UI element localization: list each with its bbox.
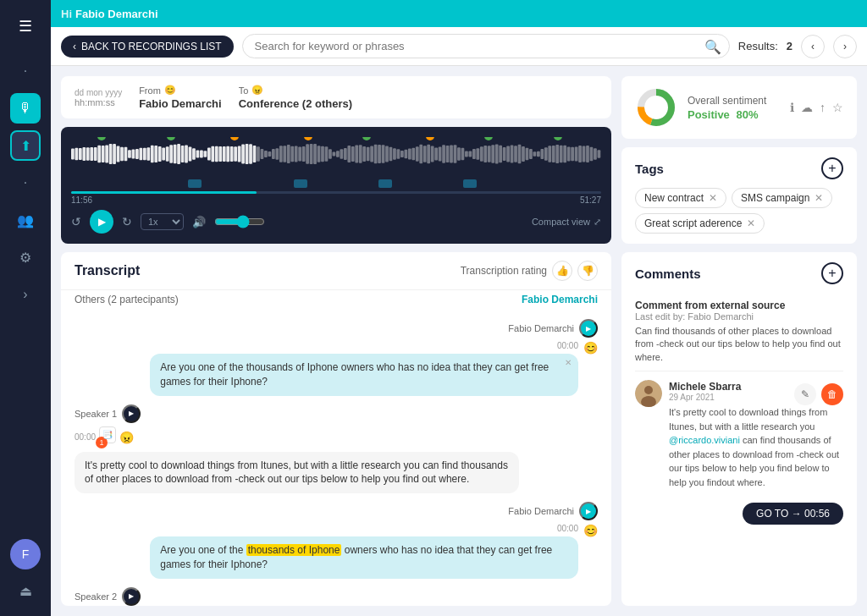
- from-name: Fabio Demarchi: [139, 97, 222, 110]
- sidebar-icon-microphone[interactable]: 🎙: [10, 93, 41, 124]
- star-icon[interactable]: ☆: [832, 101, 843, 114]
- edit-comment-button[interactable]: ✎: [794, 383, 816, 405]
- sidebar-icon-chevron[interactable]: ›: [10, 279, 41, 310]
- prev-result-button[interactable]: ‹: [801, 35, 825, 58]
- tag-great-script-label: Great script aderence: [644, 217, 742, 229]
- sidebar-icon-settings[interactable]: ⚙: [10, 242, 41, 272]
- svg-rect-64: [313, 144, 317, 164]
- svg-rect-0: [71, 148, 75, 159]
- svg-rect-128: [555, 145, 559, 163]
- topbar: Hi Fabio Demarchi: [51, 0, 867, 27]
- svg-rect-67: [325, 146, 329, 161]
- waveform: [71, 137, 601, 188]
- svg-rect-114: [503, 147, 506, 161]
- thumbs-down-button[interactable]: 👎: [577, 261, 598, 281]
- svg-rect-61: [302, 146, 306, 162]
- thumbs-up-button[interactable]: 👍: [552, 261, 572, 281]
- svg-rect-72: [344, 148, 347, 160]
- bookmark-3: [378, 179, 392, 188]
- tag-sms-campaign-remove[interactable]: ✕: [815, 192, 823, 204]
- tag-new-contract-remove[interactable]: ✕: [709, 192, 717, 204]
- from-label: From 😊: [139, 85, 222, 96]
- sidebar-icon-users[interactable]: 👥: [10, 205, 41, 235]
- message-1-play-button[interactable]: ▶: [579, 319, 598, 338]
- sidebar-icon-upload[interactable]: ⬆: [10, 130, 41, 161]
- volume-slider[interactable]: [214, 215, 265, 228]
- forward-button[interactable]: ↻: [122, 215, 132, 228]
- svg-rect-101: [454, 145, 457, 162]
- message-1: Fabio Demarchi ▶ 00:00 ✕ Are you one of …: [75, 319, 598, 396]
- message-4-play-button[interactable]: ▶: [122, 587, 141, 606]
- play-pause-button[interactable]: ▶: [90, 210, 113, 234]
- svg-rect-57: [287, 145, 290, 163]
- search-icon: 🔍: [704, 38, 721, 54]
- svg-rect-25: [166, 146, 169, 162]
- progress-bar[interactable]: [71, 191, 601, 194]
- svg-rect-135: [583, 146, 586, 162]
- svg-rect-47: [249, 144, 252, 164]
- svg-rect-22: [154, 146, 157, 162]
- search-input[interactable]: [242, 34, 730, 58]
- time-labels: 11:56 51:27: [71, 195, 601, 205]
- left-panel: dd mon yyyy hh:mm:ss From 😊 Fabio Demarc…: [51, 66, 621, 616]
- sidebar-avatar[interactable]: F: [10, 539, 41, 569]
- svg-rect-109: [483, 146, 487, 162]
- svg-rect-46: [246, 144, 249, 164]
- rewind-button[interactable]: ↺: [71, 215, 81, 228]
- total-time: 51:27: [580, 195, 601, 205]
- delete-comment-button[interactable]: 🗑: [821, 383, 843, 405]
- info-icon[interactable]: ℹ: [790, 101, 794, 114]
- recording-to: To 😠 Conference (2 others): [239, 85, 352, 110]
- comments-title: Comments: [635, 267, 701, 281]
- add-comment-button[interactable]: +: [821, 262, 843, 284]
- add-tag-button[interactable]: +: [821, 157, 843, 179]
- svg-rect-44: [238, 146, 241, 162]
- svg-rect-110: [488, 146, 491, 162]
- fabio-filter-button[interactable]: Fabio Demarchi: [522, 294, 598, 305]
- svg-rect-111: [491, 145, 494, 162]
- transcript-rating: Transcription rating 👍 👎: [461, 261, 598, 281]
- message-4: Speaker 2 ▶ 00:00 😠 It's pretty cool to: [75, 587, 598, 606]
- cloud-icon[interactable]: ☁: [801, 101, 813, 114]
- svg-rect-17: [135, 149, 139, 159]
- svg-rect-119: [522, 146, 525, 162]
- tags-title: Tags: [635, 162, 664, 176]
- participants-label: Others (2 partecipants): [75, 294, 179, 305]
- hamburger-menu[interactable]: ☰: [12, 10, 39, 42]
- message-2: Speaker 1 ▶ 00:00 📑 1: [75, 404, 598, 494]
- sentiment-percentage: 80%: [736, 108, 758, 121]
- message-3-emoji: 😊: [583, 524, 598, 537]
- sidebar-icon-dot2[interactable]: ·: [10, 168, 41, 198]
- sentiment-info: Overall sentiment Positive 80%: [688, 95, 780, 121]
- svg-rect-118: [518, 145, 522, 163]
- svg-rect-83: [385, 146, 389, 162]
- goto-button[interactable]: GO TO → 00:56: [743, 503, 843, 525]
- search-bar: 🔍: [242, 34, 730, 58]
- message-2-time: 00:00: [75, 432, 96, 442]
- svg-rect-95: [431, 146, 434, 162]
- svg-rect-35: [204, 151, 207, 157]
- transcript-title: Transcript: [75, 263, 140, 278]
- svg-rect-130: [563, 146, 566, 163]
- share-icon[interactable]: ↑: [820, 101, 826, 114]
- svg-rect-33: [196, 150, 200, 157]
- svg-rect-56: [283, 146, 286, 162]
- svg-rect-79: [370, 146, 373, 162]
- waveform-dot-1: [97, 137, 106, 140]
- logout-icon[interactable]: ⏏: [13, 576, 39, 606]
- svg-rect-94: [427, 145, 430, 164]
- tag-great-script-remove[interactable]: ✕: [747, 217, 755, 229]
- back-button[interactable]: ‹ BACK TO RECORDINGS LIST: [61, 36, 234, 58]
- sidebar-icon-dot1[interactable]: ·: [10, 56, 41, 86]
- message-2-play-button[interactable]: ▶: [122, 404, 141, 423]
- message-2-speaker: Speaker 1: [75, 409, 117, 419]
- compact-view-button[interactable]: Compact view ⤢: [532, 217, 601, 228]
- next-result-button[interactable]: ›: [833, 35, 857, 58]
- comment-mention[interactable]: @riccardo.viviani: [669, 435, 740, 445]
- svg-rect-28: [177, 144, 180, 164]
- message-3-play-button[interactable]: ▶: [579, 502, 598, 520]
- waveform-container[interactable]: 11:56 51:27 ↺ ▶ ↻ 1x1.5x2x 🔊 Compact vie…: [61, 127, 611, 244]
- speed-select[interactable]: 1x1.5x2x: [141, 213, 184, 230]
- svg-rect-14: [124, 147, 128, 162]
- svg-rect-75: [355, 145, 358, 162]
